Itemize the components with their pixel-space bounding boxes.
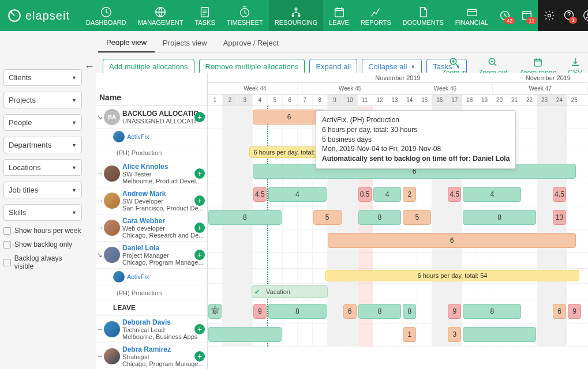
chevron-right-icon[interactable]: → <box>97 224 104 231</box>
allocation-bar[interactable]: 8 <box>358 210 402 225</box>
allocation-bar[interactable]: 13 <box>553 210 566 225</box>
allocation-bar[interactable]: 9 <box>448 304 461 319</box>
vacation-bar[interactable]: ✔Vacation <box>252 285 328 298</box>
allocation-bar[interactable]: 4 <box>268 187 327 202</box>
notif-clock-icon[interactable]: 42 <box>494 9 516 23</box>
allocation-bar[interactable]: 6 <box>328 233 576 248</box>
add-button[interactable]: + <box>194 112 205 122</box>
chevron-down-icon[interactable]: ↘ <box>97 114 104 121</box>
tab-projects-view[interactable]: Projects view <box>155 34 215 52</box>
allocation-bar[interactable]: 4.5 <box>553 187 566 202</box>
back-arrow-icon[interactable]: ← <box>84 61 95 73</box>
nav-documents[interactable]: DOCUMENTS <box>397 0 450 31</box>
notif-calendar-icon[interactable]: 11 <box>516 9 538 23</box>
allocation-bar[interactable]: 6 <box>343 304 357 319</box>
row-alice[interactable]: → Alice KnnolesSW TesterMelbourne, Produ… <box>96 160 207 187</box>
allocation-bar[interactable]: 0.5 <box>358 187 372 202</box>
row-deborah[interactable]: → Deborah DavisTechnical LeadMelbourne, … <box>96 316 207 343</box>
tab-approve-reject[interactable]: Approve / Reject <box>215 34 287 52</box>
avatar <box>104 220 120 236</box>
day-label: 14 <box>402 95 417 106</box>
expand-all-button[interactable]: Expand all <box>309 59 357 74</box>
allocation-bar[interactable]: 4 <box>373 187 402 202</box>
svg-point-5 <box>295 7 297 10</box>
allocation-bar[interactable]: 8 <box>403 304 416 319</box>
allocation-bar[interactable]: 8 <box>463 304 521 319</box>
day-label: 21 <box>507 95 522 106</box>
chevron-right-icon[interactable]: → <box>97 197 104 204</box>
allocation-bar[interactable]: 4.5 <box>448 187 461 202</box>
month-label: November 2019 <box>375 74 420 81</box>
filter-departments[interactable]: Departments▼ <box>3 137 82 153</box>
pin-icon[interactable] <box>210 305 220 315</box>
avatar: BA <box>104 109 120 125</box>
allocation-bar[interactable]: 6 <box>253 110 325 125</box>
user-icon[interactable] <box>583 10 588 21</box>
row-andrew[interactable]: → Andrew MarkSW DeveloperSan Francisco, … <box>96 187 207 214</box>
allocation-bar[interactable]: 8 <box>208 210 282 225</box>
day-label: 1 <box>208 95 223 106</box>
subproject-row[interactable]: ActivFix <box>96 129 207 145</box>
filter-skills[interactable]: Skills▼ <box>3 204 82 221</box>
allocation-bar[interactable]: 1 <box>403 327 416 342</box>
filter-locations[interactable]: Locations▼ <box>3 159 82 176</box>
svg-point-7 <box>298 15 300 17</box>
timeline-row: 6 hours per day, total: 54 <box>208 269 588 284</box>
chevron-down-icon[interactable]: ↘ <box>97 251 104 259</box>
add-button[interactable]: + <box>194 324 205 334</box>
tab-people-view[interactable]: People view <box>98 33 155 52</box>
nav-management[interactable]: MANAGEMENT <box>132 0 189 31</box>
allocation-bar[interactable]: 2 <box>403 187 416 202</box>
add-button[interactable]: + <box>194 250 205 260</box>
week-label: Week 45 <box>303 83 398 94</box>
allocation-bar[interactable]: 6 <box>553 304 566 319</box>
allocation-bar[interactable] <box>463 327 536 342</box>
nav-financial[interactable]: FINANCIAL <box>450 0 494 31</box>
avatar <box>104 321 120 337</box>
remove-allocations-button[interactable]: Remove multiple allocations <box>199 59 305 74</box>
allocation-bar[interactable]: 3 <box>448 327 461 342</box>
allocation-bar[interactable]: 8 <box>463 210 536 225</box>
timeline-row <box>208 253 588 269</box>
allocation-bar[interactable] <box>208 327 282 342</box>
nav-dashboard[interactable]: DASHBOARD <box>80 0 132 31</box>
allocation-bar[interactable]: 9 <box>253 304 267 319</box>
gear-icon[interactable] <box>544 10 555 21</box>
allocation-bar[interactable]: 5 <box>403 210 431 225</box>
filter-jobtitles[interactable]: Job titles▼ <box>3 182 82 198</box>
chevron-right-icon[interactable]: → <box>97 170 104 177</box>
allocation-bar[interactable]: 8 <box>268 304 327 319</box>
chevron-right-icon[interactable]: → <box>97 326 104 333</box>
nav-resourcing[interactable]: RESOURCING <box>269 0 324 31</box>
add-button[interactable]: + <box>194 351 205 362</box>
add-button[interactable]: + <box>194 168 205 179</box>
add-button[interactable]: + <box>194 223 205 233</box>
day-label: 22 <box>522 95 537 106</box>
filter-people[interactable]: People▼ <box>3 114 82 131</box>
nav-reports[interactable]: REPORTS <box>355 0 397 31</box>
subproject-row[interactable]: ActivFix <box>96 269 207 285</box>
row-debra[interactable]: → Debra RamirezStrategistChicago, Progra… <box>96 343 207 369</box>
allocation-bar[interactable]: 9 <box>568 304 581 319</box>
collapse-all-button[interactable]: Collapse all▼ <box>362 59 422 74</box>
filter-clients[interactable]: Clients▼ <box>3 69 82 86</box>
add-button[interactable]: + <box>194 195 205 206</box>
add-allocations-button[interactable]: Add multiple allocations <box>103 59 194 74</box>
row-backlog[interactable]: ↘ BA BACKLOG ALLOCATIONSUNASSIGNED ALLOC… <box>96 106 207 129</box>
nav-timesheet[interactable]: TIMESHEET <box>221 0 269 31</box>
brand-logo[interactable]: elapseit <box>0 8 80 23</box>
chevron-right-icon[interactable]: → <box>97 353 104 360</box>
checkbox-backlog-only[interactable]: Show backlog only <box>3 240 82 248</box>
row-daniel[interactable]: ↘ Daniel LolaProject ManagerChicago, Pro… <box>96 242 207 269</box>
row-cara[interactable]: → Cara WebberWeb developerChicago, Resea… <box>96 214 207 242</box>
allocation-bar[interactable]: 5 <box>313 210 342 225</box>
allocation-bar[interactable]: 4.5 <box>253 187 267 202</box>
allocation-bar[interactable]: 8 <box>358 304 402 319</box>
filter-projects[interactable]: Projects▼ <box>3 92 82 108</box>
checkbox-backlog-visible[interactable]: Backlog always visible <box>3 254 82 270</box>
nav-tasks[interactable]: TASKS <box>189 0 220 31</box>
allocation-bar[interactable]: 4 <box>463 187 521 202</box>
checkbox-hours-per-week[interactable]: Show hours per week <box>3 227 82 235</box>
nav-leave[interactable]: LEAVE <box>323 0 355 31</box>
backlog-bar[interactable]: 6 hours per day, total: 54 <box>325 270 579 281</box>
